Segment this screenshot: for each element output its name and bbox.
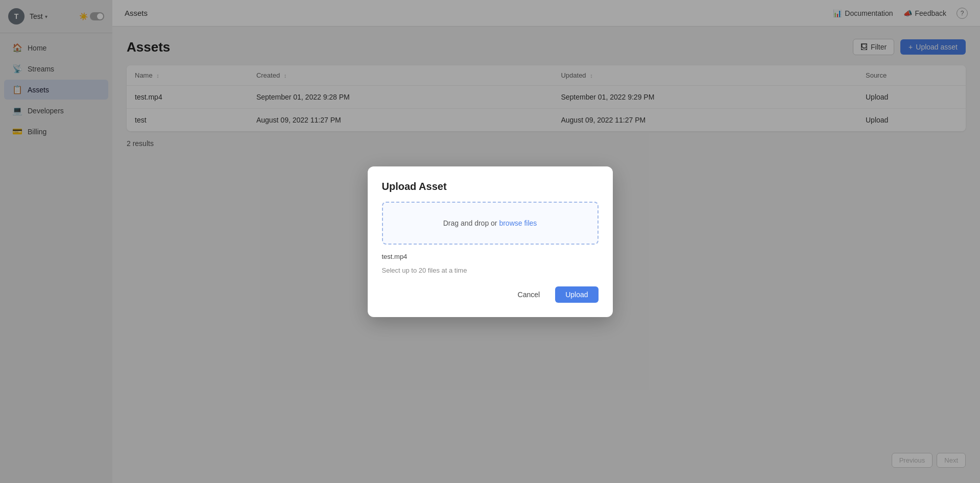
cancel-button[interactable]: Cancel (509, 286, 549, 303)
modal-actions: Cancel Upload (382, 286, 599, 303)
file-item: test.mp4 (382, 251, 599, 262)
browse-files-link[interactable]: browse files (499, 219, 537, 227)
drop-zone[interactable]: Drag and drop or browse files (382, 202, 599, 245)
modal-upload-button[interactable]: Upload (555, 286, 598, 303)
drop-zone-text: Drag and drop or browse files (393, 219, 587, 227)
file-limit-text: Select up to 20 files at a time (382, 267, 599, 274)
upload-modal: Upload Asset Drag and drop or browse fil… (368, 166, 613, 317)
modal-overlay: Upload Asset Drag and drop or browse fil… (0, 0, 980, 483)
modal-title: Upload Asset (382, 181, 599, 192)
